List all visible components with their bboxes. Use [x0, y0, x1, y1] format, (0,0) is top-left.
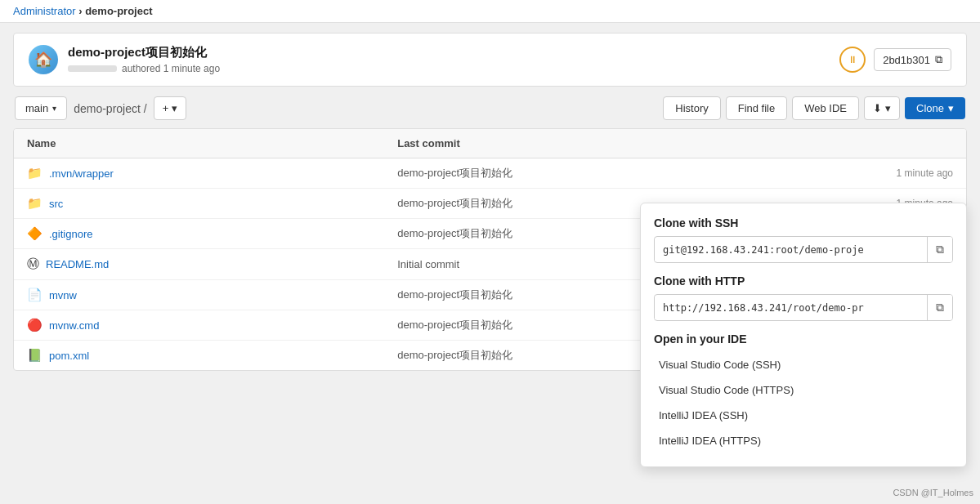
download-chevron-icon: ▾ [885, 102, 891, 114]
col-name-header: Name [27, 137, 397, 149]
col-commit-header: Last commit [397, 137, 767, 149]
time-cell: 1 minute ago [767, 167, 953, 179]
clone-ssh-input[interactable] [655, 239, 927, 261]
pause-icon: ⏸ [848, 54, 857, 65]
file-type-icon: Ⓜ [27, 256, 39, 272]
branch-selector[interactable]: main ▾ [15, 96, 67, 120]
toolbar-left: main ▾ demo-project / + ▾ [15, 96, 186, 120]
file-link[interactable]: .gitignore [49, 228, 92, 240]
file-name-cell: 📁 .mvn/wrapper [27, 166, 397, 181]
file-type-icon: 🔴 [27, 318, 43, 332]
clone-ssh-title: Clone with SSH [654, 216, 953, 230]
branch-chevron-icon: ▾ [52, 104, 56, 113]
file-name-cell: Ⓜ README.md [27, 256, 397, 272]
clone-button[interactable]: Clone ▾ [905, 97, 965, 119]
commit-info: demo-project项目初始化 authored 1 minute ago [68, 45, 220, 74]
file-name-cell: 🔶 .gitignore [27, 226, 397, 241]
commit-title: demo-project项目初始化 [68, 45, 220, 60]
avatar: 🏠 [29, 45, 58, 74]
file-link[interactable]: mvnw.cmd [49, 319, 99, 332]
breadcrumb-current: demo-project [85, 5, 152, 17]
commit-right: ⏸ 2bd1b301 ⧉ [839, 47, 951, 73]
breadcrumb-separator: › [78, 5, 85, 17]
new-file-button[interactable]: + ▾ [154, 96, 187, 120]
breadcrumb: Administrator › demo-project [0, 0, 980, 23]
file-link[interactable]: mvnw [49, 289, 77, 301]
file-link[interactable]: .mvn/wrapper [49, 167, 114, 180]
clone-ssh-input-row: ⧉ [654, 236, 953, 263]
commit-card: 🏠 demo-project项目初始化 authored 1 minute ag… [13, 33, 967, 87]
file-link[interactable]: README.md [46, 258, 109, 270]
clone-http-copy-button[interactable]: ⧉ [927, 295, 952, 320]
clone-ssh-section: Clone with SSH ⧉ [654, 216, 953, 263]
commit-left: 🏠 demo-project项目初始化 authored 1 minute ag… [29, 45, 220, 74]
file-name-cell: 📄 mvnw [27, 288, 397, 302]
commit-message-cell: demo-project项目初始化 [397, 166, 767, 181]
branch-label: main [25, 102, 48, 114]
history-button[interactable]: History [663, 96, 720, 120]
plus-chevron-icon: ▾ [172, 102, 177, 114]
commit-hash-text: 2bd1b301 [883, 54, 930, 66]
ide-item[interactable]: Visual Studio Code (SSH) [654, 352, 953, 377]
clone-ssh-copy-button[interactable]: ⧉ [927, 237, 952, 262]
commit-hash-button[interactable]: 2bd1b301 ⧉ [874, 48, 951, 71]
ide-section-title: Open in your IDE [654, 332, 953, 346]
file-name-cell: 📗 pom.xml [27, 348, 397, 363]
file-type-icon: 🔶 [27, 226, 43, 241]
file-type-icon: 📄 [27, 288, 43, 302]
file-type-icon: 📁 [27, 166, 43, 181]
plus-icon: + [163, 102, 169, 114]
avatar-emoji: 🏠 [34, 51, 52, 69]
table-header: Name Last commit [14, 129, 966, 158]
download-icon: ⬇ [873, 102, 882, 114]
file-name-cell: 📁 src [27, 196, 397, 211]
copy-hash-icon: ⧉ [935, 53, 942, 66]
clone-label: Clone [916, 102, 944, 114]
ide-item[interactable]: Visual Studio Code (HTTPS) [654, 377, 953, 384]
web-ide-button[interactable]: Web IDE [792, 96, 859, 120]
clone-http-input[interactable] [655, 297, 927, 319]
file-name-cell: 🔴 mvnw.cmd [27, 318, 397, 332]
toolbar-right: History Find file Web IDE ⬇ ▾ Clone ▾ [663, 96, 965, 120]
breadcrumb-parent[interactable]: Administrator [13, 5, 76, 17]
table-row: 📁 .mvn/wrapper demo-project项目初始化 1 minut… [14, 158, 966, 189]
file-link[interactable]: src [49, 198, 63, 210]
clone-chevron-icon: ▾ [948, 102, 954, 114]
file-type-icon: 📗 [27, 348, 43, 363]
clone-http-title: Clone with HTTP [654, 274, 953, 288]
pause-button[interactable]: ⏸ [839, 47, 866, 73]
toolbar: main ▾ demo-project / + ▾ History Find f… [13, 96, 967, 120]
file-link[interactable]: pom.xml [49, 350, 89, 362]
clone-http-input-row: ⧉ [654, 294, 953, 321]
commit-meta: authored 1 minute ago [68, 63, 220, 74]
clone-http-section: Clone with HTTP ⧉ [654, 274, 953, 321]
ide-section: Open in your IDE Visual Studio Code (SSH… [654, 332, 953, 384]
commit-author-bar [68, 65, 117, 72]
clone-dropdown: Clone with SSH ⧉ Clone with HTTP ⧉ Open … [640, 203, 967, 384]
download-button[interactable]: ⬇ ▾ [864, 96, 900, 120]
path-label: demo-project / [74, 102, 146, 115]
ide-items-container: Visual Studio Code (SSH)Visual Studio Co… [654, 352, 953, 384]
find-file-button[interactable]: Find file [726, 96, 788, 120]
commit-author-text: authored 1 minute ago [122, 63, 220, 74]
col-time-header [767, 137, 953, 149]
file-type-icon: 📁 [27, 196, 43, 211]
